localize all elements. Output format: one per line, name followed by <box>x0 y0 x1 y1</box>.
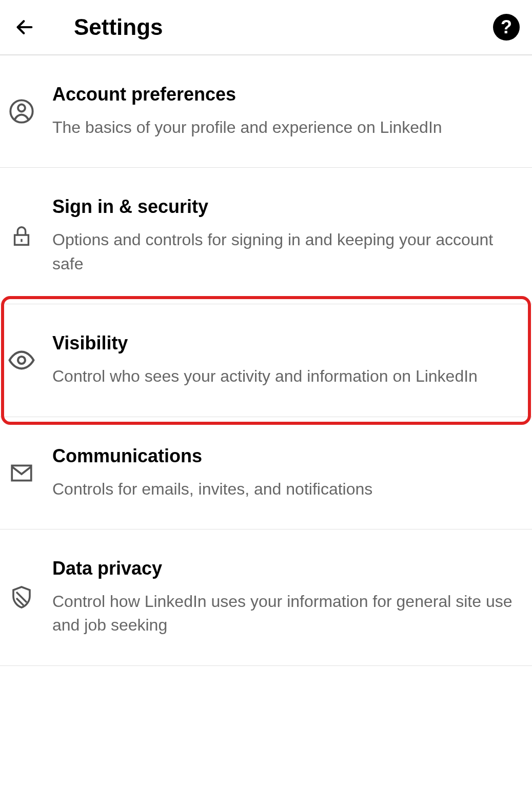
item-title: Account preferences <box>52 84 520 105</box>
item-desc: Control who sees your activity and infor… <box>52 364 520 388</box>
back-button[interactable] <box>12 15 37 40</box>
item-title: Visibility <box>52 332 520 354</box>
item-content: Communications Controls for emails, invi… <box>52 445 520 501</box>
item-desc: Options and controls for signing in and … <box>52 228 520 276</box>
settings-item-account-preferences[interactable]: Account preferences The basics of your p… <box>0 55 532 168</box>
item-content: Sign in & security Options and controls … <box>52 196 520 276</box>
header: Settings ? <box>0 0 532 55</box>
back-arrow-icon <box>14 17 35 37</box>
item-desc: The basics of your profile and experienc… <box>52 115 520 139</box>
help-icon: ? <box>501 16 512 38</box>
shield-icon <box>7 583 36 612</box>
svg-point-5 <box>18 357 25 364</box>
profile-icon <box>7 97 36 126</box>
mail-icon <box>7 459 36 487</box>
lock-icon <box>7 222 36 250</box>
settings-item-visibility[interactable]: Visibility Control who sees your activit… <box>0 304 532 417</box>
item-desc: Control how LinkedIn uses your informati… <box>52 590 520 637</box>
page-title: Settings <box>74 14 163 40</box>
item-title: Data privacy <box>52 558 520 579</box>
help-button[interactable]: ? <box>493 14 520 41</box>
item-content: Account preferences The basics of your p… <box>52 84 520 139</box>
settings-list: Account preferences The basics of your p… <box>0 55 532 666</box>
settings-item-communications[interactable]: Communications Controls for emails, invi… <box>0 417 532 529</box>
eye-icon <box>7 346 36 375</box>
item-title: Sign in & security <box>52 196 520 218</box>
settings-item-data-privacy[interactable]: Data privacy Control how LinkedIn uses y… <box>0 529 532 666</box>
item-content: Data privacy Control how LinkedIn uses y… <box>52 558 520 637</box>
settings-item-signin-security[interactable]: Sign in & security Options and controls … <box>0 168 532 304</box>
svg-point-2 <box>18 105 25 112</box>
item-desc: Controls for emails, invites, and notifi… <box>52 477 520 501</box>
item-content: Visibility Control who sees your activit… <box>52 332 520 388</box>
item-title: Communications <box>52 445 520 467</box>
